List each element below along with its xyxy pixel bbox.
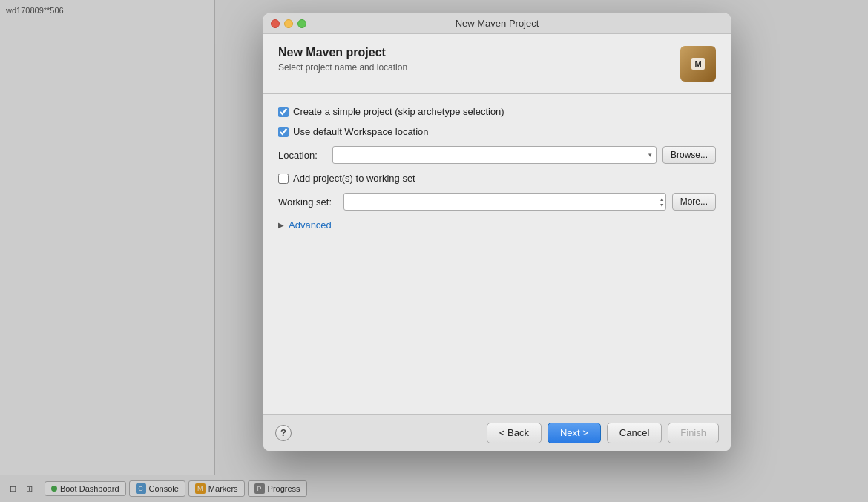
dialog-main-title: New Maven project [278,46,407,59]
dialog-header: New Maven project Select project name an… [278,46,716,82]
browse-button[interactable]: Browse... [662,146,716,164]
new-maven-project-dialog: New Maven Project New Maven project Sele… [263,13,731,451]
maximize-button[interactable] [297,19,306,28]
dialog-footer: ? < Back Next > Cancel Finish [263,414,731,451]
dialog-content: New Maven project Select project name an… [263,34,731,414]
advanced-row[interactable]: ▶ Advanced [278,219,716,231]
footer-right: < Back Next > Cancel Finish [487,423,719,443]
add-working-set-checkbox[interactable] [278,174,289,184]
working-set-input[interactable] [343,193,666,211]
simple-project-row: Create a simple project (skip archetype … [278,106,716,117]
cancel-button[interactable]: Cancel [607,423,662,443]
maven-icon-label: M [691,58,704,70]
location-label: Location: [278,150,326,161]
default-workspace-label: Use default Workspace location [293,126,429,137]
location-input-wrapper: ▾ [332,146,657,164]
close-button[interactable] [271,19,280,28]
dialog-title: New Maven Project [456,18,539,29]
dialog-overlay: New Maven Project New Maven project Sele… [0,0,868,502]
maven-icon: M [680,46,716,82]
working-set-input-wrapper: ▲ ▼ [343,193,666,211]
advanced-arrow-icon: ▶ [278,221,284,229]
working-set-row: Working set: ▲ ▼ More... [278,193,716,211]
working-set-add-row: Add project(s) to working set [278,173,716,184]
spinner-down-icon: ▼ [660,202,665,208]
location-row: Location: ▾ Browse... [278,146,716,164]
simple-project-checkbox[interactable] [278,107,289,117]
more-button[interactable]: More... [672,193,716,211]
dialog-titlebar: New Maven Project [263,13,731,34]
working-set-label: Working set: [278,196,338,208]
location-input[interactable] [332,146,657,164]
default-workspace-checkbox[interactable] [278,127,289,137]
finish-button[interactable]: Finish [668,423,719,443]
advanced-link[interactable]: Advanced [289,219,332,231]
working-set-spinner: ▲ ▼ [660,196,665,208]
next-button[interactable]: Next > [548,423,601,443]
simple-project-label: Create a simple project (skip archetype … [293,106,504,117]
footer-left: ? [275,425,292,441]
header-separator [263,93,731,94]
back-button[interactable]: < Back [487,423,542,443]
default-workspace-row: Use default Workspace location [278,126,716,137]
dialog-subtitle: Select project name and location [278,62,407,73]
minimize-button[interactable] [284,19,293,28]
traffic-lights [271,19,306,28]
form-body: Create a simple project (skip archetype … [278,106,716,231]
dialog-header-text: New Maven project Select project name an… [278,46,407,73]
add-working-set-label: Add project(s) to working set [293,173,415,184]
help-button[interactable]: ? [275,425,292,441]
spinner-up-icon: ▲ [660,196,665,202]
